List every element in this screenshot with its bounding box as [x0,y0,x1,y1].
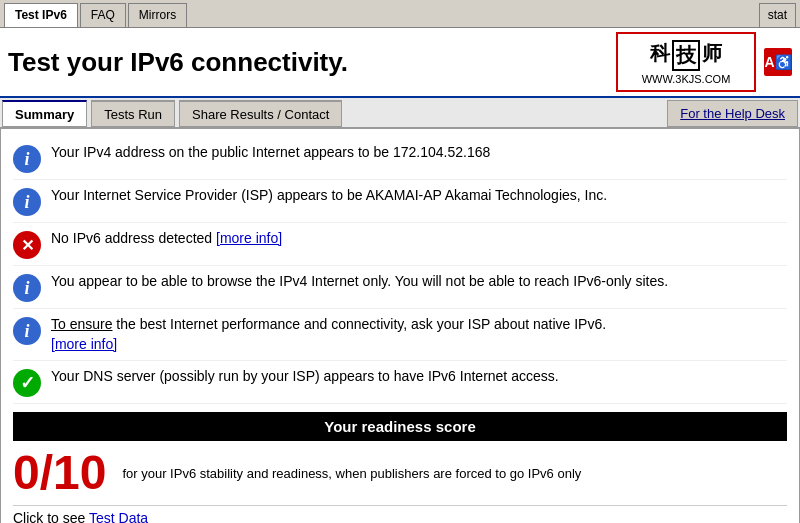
sub-nav-spacer [344,98,665,127]
score-number: 0/10 [13,449,106,497]
info-icon-2: i [13,188,41,216]
result-row-no-ipv6: ✕ No IPv6 address detected [more info] [13,223,787,266]
score-section: 0/10 for your IPv6 stability and readine… [13,441,787,501]
info-icon-1: i [13,145,41,173]
result-text-2: Your Internet Service Provider (ISP) app… [51,186,787,206]
bottom-section: Click to see Test Data (Updated server s… [13,505,787,523]
score-description: for your IPv6 stability and readiness, w… [122,466,787,481]
result-text-4: You appear to be able to browse the IPv4… [51,272,787,292]
sub-tab-share-results[interactable]: Share Results / Contact [179,100,342,127]
result-text-6: Your DNS server (possibly run by your IS… [51,367,787,387]
more-info-link-1[interactable]: [more info] [216,230,282,246]
site-logo: 科 技 师 WWW.3KJS.COM [616,32,756,92]
tab-mirrors[interactable]: Mirrors [128,3,187,27]
result-row-ipv4-only: i You appear to be able to browse the IP… [13,266,787,309]
result-row-isp: i Your Internet Service Provider (ISP) a… [13,180,787,223]
result-text-1: Your IPv4 address on the public Internet… [51,143,787,163]
tab-test-ipv6[interactable]: Test IPv6 [4,3,78,27]
logo-char-1: 科 [650,40,670,71]
more-info-link-2[interactable]: [more info] [51,336,117,352]
logo-url: WWW.3KJS.COM [642,73,731,85]
test-data-paragraph: Click to see Test Data [13,510,787,523]
sub-tab-summary[interactable]: Summary [2,100,87,127]
underline-text: To ensure [51,316,112,332]
tab-bar: Test IPv6 FAQ Mirrors stat [0,0,800,28]
help-desk-button[interactable]: For the Help Desk [667,100,798,127]
test-data-link[interactable]: Test Data [89,510,148,523]
info-icon-3: i [13,274,41,302]
logo-char-2: 技 [672,40,700,71]
result-text-3: No IPv6 address detected [more info] [51,229,787,249]
error-icon-1: ✕ [13,231,41,259]
stat-tab[interactable]: stat [759,3,796,27]
accessibility-icon[interactable]: A♿ [764,48,792,76]
score-bar: Your readiness score [13,412,787,441]
result-text-5: To ensure the best Internet performance … [51,315,787,354]
logo-char-3: 师 [702,40,722,71]
page-title: Test your IPv6 connectivity. [8,47,616,78]
result-row-dns: ✓ Your DNS server (possibly run by your … [13,361,787,404]
page-header: Test your IPv6 connectivity. 科 技 师 WWW.3… [0,28,800,98]
success-icon-1: ✓ [13,369,41,397]
sub-tab-tests-run[interactable]: Tests Run [91,100,175,127]
result-row-ipv4: i Your IPv4 address on the public Intern… [13,137,787,180]
result-row-ensure: i To ensure the best Internet performanc… [13,309,787,361]
sub-nav-bar: Summary Tests Run Share Results / Contac… [0,98,800,128]
main-content: i Your IPv4 address on the public Intern… [0,128,800,523]
tab-faq[interactable]: FAQ [80,3,126,27]
info-icon-4: i [13,317,41,345]
logo-chars: 科 技 师 [650,40,722,71]
